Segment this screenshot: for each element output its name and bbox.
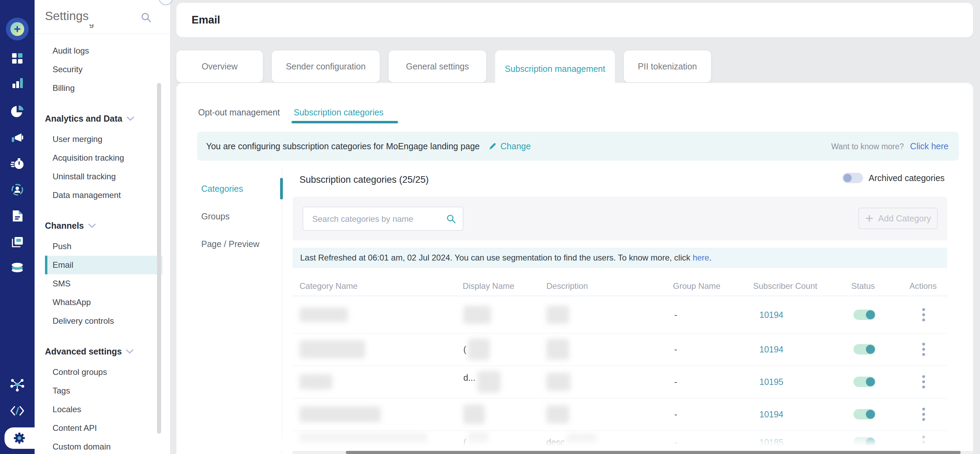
cell-subscriber-count: 10194 <box>759 410 784 419</box>
tab-sender-configuration[interactable]: Sender configuration <box>272 51 380 82</box>
dashboard-grid-icon[interactable] <box>10 51 25 66</box>
redacted-text-blob <box>468 433 488 451</box>
add-category-button[interactable]: Add Category <box>858 208 938 229</box>
sidebar-menu: Audit logsSecurityBillingAnalytics and D… <box>35 41 170 454</box>
tab-general-settings[interactable]: General settings <box>389 51 486 82</box>
cell-category-name <box>299 308 348 322</box>
app-root: Settings g Audit logsSecurityBillingAnal… <box>0 0 980 454</box>
sidebar-item-tags[interactable]: Tags <box>35 381 170 400</box>
cell-actions[interactable] <box>922 407 925 422</box>
content-card: Opt-out managementSubscription categorie… <box>177 83 973 454</box>
subtab-opt-out-management[interactable]: Opt-out management <box>198 104 280 120</box>
cell-group-name: - <box>674 344 677 354</box>
cell-group-name: - <box>674 410 677 419</box>
sidebar-item-locales[interactable]: Locales <box>35 400 170 419</box>
click-here-link[interactable]: Click here <box>910 141 948 151</box>
sidebar-item-whatsapp[interactable]: WhatsApp <box>35 293 170 312</box>
settings-sidebar: Settings g Audit logsSecurityBillingAnal… <box>35 0 170 454</box>
status-toggle[interactable] <box>853 437 875 448</box>
subscriber-count-link[interactable]: 10194 <box>759 344 784 354</box>
horizontal-scrollbar-thumb[interactable] <box>346 451 961 454</box>
api-code-icon[interactable] <box>10 403 25 418</box>
pane-nav-categories[interactable]: Categories <box>201 180 259 197</box>
sidebar-item-control-groups[interactable]: Control groups <box>35 363 170 381</box>
status-toggle[interactable] <box>853 409 875 419</box>
category-search-input[interactable] <box>312 207 444 231</box>
sidebar-item-content-api[interactable]: Content API <box>35 419 170 437</box>
cell-status <box>853 310 875 320</box>
segments-pie-icon[interactable] <box>10 104 25 119</box>
cell-display-name <box>463 306 491 324</box>
pane-nav-groups[interactable]: Groups <box>201 208 259 225</box>
sidebar-section-analytics-and-data[interactable]: Analytics and Data <box>35 109 170 128</box>
section-label: Channels <box>45 221 84 231</box>
redacted-text-blob <box>299 308 348 322</box>
cell-actions[interactable] <box>922 342 925 357</box>
here-link[interactable]: here <box>693 253 709 262</box>
toggle-knob <box>843 174 852 182</box>
status-toggle[interactable] <box>853 376 875 387</box>
tab-subscription-management[interactable]: Subscription management <box>495 51 615 87</box>
archived-categories-toggle[interactable] <box>842 173 863 183</box>
sidebar-item-acquisition-tracking[interactable]: Acquisition tracking <box>35 149 170 167</box>
cell-subscriber-count: 10194 <box>759 344 784 354</box>
chevron-down-icon <box>88 224 96 228</box>
sidebar-section-channels[interactable]: Channels <box>35 216 170 235</box>
pencil-icon <box>488 142 497 151</box>
pane-title: Subscription categories (25/25) <box>299 175 429 185</box>
redacted-text-blob <box>299 406 381 422</box>
audience-target-icon[interactable] <box>10 182 25 197</box>
redacted-text-blob <box>546 373 571 391</box>
sidebar-item-custom-domain[interactable]: Custom domain <box>35 437 170 454</box>
sidebar-item-security[interactable]: Security <box>35 60 170 79</box>
sidebar-item-push[interactable]: Push <box>35 237 170 256</box>
campaigns-megaphone-icon[interactable] <box>10 130 25 146</box>
table-row: d...-10195 <box>177 365 973 398</box>
cell-actions[interactable] <box>922 435 925 449</box>
pane-nav-page-preview[interactable]: Page / Preview <box>201 235 259 252</box>
tab-overview[interactable]: Overview <box>177 51 263 82</box>
column-header-display-name: Display Name <box>463 281 514 291</box>
analytics-bars-icon[interactable] <box>10 75 25 90</box>
table-row: -10194 <box>177 398 973 430</box>
status-toggle[interactable] <box>853 344 875 354</box>
sidebar-scrollbar[interactable] <box>157 83 161 433</box>
search-icon[interactable] <box>140 12 152 25</box>
sidebar-item-delivery-controls[interactable]: Delivery controls <box>35 312 170 330</box>
status-toggle[interactable] <box>853 310 875 320</box>
templates-document-icon[interactable] <box>10 208 25 224</box>
table-row: (desc-10185 <box>177 430 973 454</box>
cell-category-name <box>299 340 365 358</box>
row-menu-icon <box>922 407 925 422</box>
sidebar-item-audit-logs[interactable]: Audit logs <box>35 41 170 60</box>
redacted-text-blob <box>299 434 427 450</box>
sidebar-item-billing[interactable]: Billing <box>35 79 170 97</box>
sidebar-item-user-merging[interactable]: User merging <box>35 130 170 149</box>
subscriber-count-link[interactable]: 10195 <box>759 377 784 387</box>
subscriber-count-link[interactable]: 10194 <box>759 410 784 419</box>
tab-pii-tokenization[interactable]: PII tokenization <box>624 51 711 82</box>
change-link[interactable]: Change <box>488 141 531 151</box>
sidebar-item-email[interactable]: Email <box>45 256 162 274</box>
column-header-description: Description <box>546 281 588 291</box>
create-button[interactable] <box>6 17 29 40</box>
sidebar-item-uninstall-tracking[interactable]: Uninstall tracking <box>35 167 170 186</box>
integrations-network-icon[interactable] <box>10 377 25 392</box>
cell-actions[interactable] <box>922 375 925 389</box>
partial-text-fragment: ( <box>463 344 466 354</box>
subtab-subscription-categories[interactable]: Subscription categories <box>294 104 383 120</box>
subscriber-count-link[interactable]: 10185 <box>759 437 784 448</box>
content-cards-icon[interactable] <box>10 234 25 249</box>
sidebar-item-data-management[interactable]: Data management <box>35 186 170 205</box>
redacted-text-blob <box>463 306 491 324</box>
column-header-category-name: Category Name <box>299 281 358 291</box>
row-menu-icon <box>922 342 925 357</box>
cell-actions[interactable] <box>922 308 925 322</box>
active-subtab-underline <box>291 121 398 123</box>
sidebar-item-sms[interactable]: SMS <box>35 274 170 293</box>
settings-active-item[interactable] <box>5 427 35 449</box>
flows-stopwatch-icon[interactable] <box>10 157 25 172</box>
sidebar-section-advanced-settings[interactable]: Advanced settings <box>35 342 170 361</box>
subscriber-count-link[interactable]: 10194 <box>759 310 784 320</box>
data-database-icon[interactable] <box>10 260 25 275</box>
